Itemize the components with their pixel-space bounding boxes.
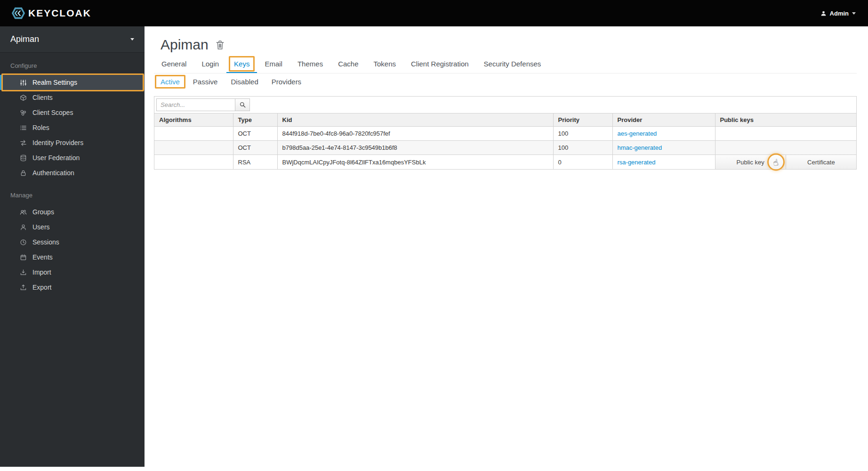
- user-icon: [20, 224, 27, 231]
- sidebar-item-user-federation[interactable]: User Federation: [0, 150, 145, 165]
- hand-cursor-icon: ☝: [772, 157, 780, 168]
- search-group: [156, 98, 854, 111]
- page-header: Apiman: [145, 26, 868, 52]
- subtab-label: Passive: [193, 78, 218, 86]
- sidebar-item-label: Authentication: [32, 169, 74, 177]
- cube-icon: [20, 94, 27, 101]
- cell-kid: b798d5aa-25e1-4e74-8147-3c9549b1b6f8: [277, 141, 553, 155]
- tab-client-registration[interactable]: Client Registration: [403, 56, 476, 73]
- tab-email[interactable]: Email: [257, 56, 290, 73]
- tab-general[interactable]: General: [154, 56, 194, 73]
- trash-icon: [216, 41, 224, 49]
- provider-link[interactable]: aes-generated: [618, 130, 657, 137]
- subtab-passive[interactable]: Passive: [186, 75, 225, 89]
- table-toolbar: [154, 97, 856, 113]
- tab-login[interactable]: Login: [194, 56, 226, 73]
- sidebar-item-identity-providers[interactable]: Identity Providers: [0, 135, 145, 150]
- subtab-active[interactable]: Active: [154, 75, 186, 89]
- chevron-down-icon: [852, 12, 856, 15]
- provider-link[interactable]: hmac-generated: [618, 144, 662, 151]
- cell-public-keys: [715, 127, 856, 141]
- tab-label: Security Defenses: [484, 60, 541, 68]
- lock-icon: [20, 170, 27, 177]
- cell-priority: 100: [553, 127, 612, 141]
- search-input[interactable]: [156, 98, 235, 111]
- delete-realm-button[interactable]: [215, 40, 225, 52]
- sidebar-item-export[interactable]: Export: [0, 280, 145, 295]
- list-icon: [20, 124, 27, 131]
- cell-kid: BWjDqcmLAICpyJFotq-8l64ZllFTxa16mqbesYFS…: [277, 155, 553, 170]
- realm-selector[interactable]: Apiman: [0, 26, 145, 53]
- search-icon: [240, 102, 246, 108]
- chevron-down-icon: [130, 38, 134, 41]
- topbar: KEYCLOAK Admin: [0, 0, 868, 26]
- cell-type: OCT: [233, 141, 277, 155]
- cell-algorithms: [154, 155, 233, 170]
- clock-icon: [20, 239, 27, 246]
- tab-keys[interactable]: Keys: [226, 56, 257, 73]
- sidebar-item-client-scopes[interactable]: Client Scopes: [0, 105, 145, 120]
- tab-label: General: [161, 60, 186, 68]
- sidebar-item-label: Realm Settings: [32, 79, 77, 86]
- brand-text: KEYCLOAK: [28, 8, 91, 19]
- certificate-button-label: Certificate: [807, 159, 835, 166]
- sidebar-item-clients[interactable]: Clients: [0, 90, 145, 105]
- tab-label: Tokens: [374, 60, 396, 68]
- public-key-button-label: Public key: [737, 159, 764, 166]
- sidebar-item-groups[interactable]: Groups: [0, 204, 145, 219]
- cell-type: OCT: [233, 127, 277, 141]
- sidebar: Apiman Configure Realm Settings Clients …: [0, 26, 145, 467]
- user-name: Admin: [830, 10, 849, 17]
- cell-provider: rsa-generated: [612, 155, 715, 170]
- certificate-button[interactable]: Certificate: [786, 155, 856, 169]
- col-header-priority: Priority: [553, 114, 612, 127]
- keys-table-container: Algorithms Type Kid Priority Provider Pu…: [154, 96, 857, 170]
- table-row: OCT b798d5aa-25e1-4e74-8147-3c9549b1b6f8…: [154, 141, 856, 155]
- tab-security-defenses[interactable]: Security Defenses: [476, 56, 549, 73]
- realm-name: Apiman: [10, 34, 39, 44]
- sidebar-item-label: Sessions: [32, 238, 59, 246]
- tab-tokens[interactable]: Tokens: [366, 56, 404, 73]
- tab-cache[interactable]: Cache: [330, 56, 366, 73]
- realm-tabs: General Login Keys Email Themes Cache To…: [154, 56, 857, 73]
- sidebar-item-import[interactable]: Import: [0, 265, 145, 280]
- tab-label: Login: [201, 60, 219, 68]
- user-menu[interactable]: Admin: [820, 10, 856, 17]
- search-button[interactable]: [235, 98, 250, 111]
- table-header-row: Algorithms Type Kid Priority Provider Pu…: [154, 114, 856, 127]
- annotation-cursor-circle: ☝: [767, 154, 785, 171]
- cell-public-keys: Public key ☝ Certificate: [715, 155, 856, 170]
- sidebar-item-users[interactable]: Users: [0, 219, 145, 235]
- sidebar-item-events[interactable]: Events: [0, 250, 145, 265]
- public-key-button[interactable]: Public key ☝: [715, 155, 786, 169]
- col-header-provider: Provider: [612, 114, 715, 127]
- sidebar-item-label: Events: [32, 253, 53, 261]
- subtab-disabled[interactable]: Disabled: [224, 75, 265, 89]
- keys-table: Algorithms Type Kid Priority Provider Pu…: [154, 113, 856, 169]
- cell-provider: hmac-generated: [612, 141, 715, 155]
- sidebar-item-sessions[interactable]: Sessions: [0, 235, 145, 250]
- sidebar-item-label: Roles: [32, 124, 49, 131]
- export-icon: [20, 284, 27, 291]
- sidebar-item-realm-settings[interactable]: Realm Settings: [0, 75, 145, 90]
- import-icon: [20, 269, 27, 276]
- sidebar-item-authentication[interactable]: Authentication: [0, 165, 145, 180]
- sliders-icon: [20, 79, 27, 86]
- sidebar-item-roles[interactable]: Roles: [0, 120, 145, 135]
- cell-type: RSA: [233, 155, 277, 170]
- main-content: Apiman General Login Keys Email Themes C…: [145, 26, 868, 471]
- keycloak-logo-icon: [11, 6, 25, 20]
- tab-label: Cache: [338, 60, 358, 68]
- cell-priority: 0: [553, 155, 612, 170]
- sidebar-item-label: Identity Providers: [32, 139, 83, 146]
- sidebar-item-label: Groups: [32, 208, 54, 216]
- tab-themes[interactable]: Themes: [290, 56, 330, 73]
- tab-label: Themes: [297, 60, 323, 68]
- provider-link[interactable]: rsa-generated: [618, 159, 656, 166]
- scopes-icon: [20, 109, 27, 116]
- subtab-providers[interactable]: Providers: [265, 75, 308, 89]
- subtab-label: Disabled: [231, 78, 258, 86]
- section-title-manage: Manage: [0, 180, 145, 204]
- public-key-actions: Public key ☝ Certificate: [715, 155, 857, 169]
- sidebar-item-label: Import: [32, 268, 51, 276]
